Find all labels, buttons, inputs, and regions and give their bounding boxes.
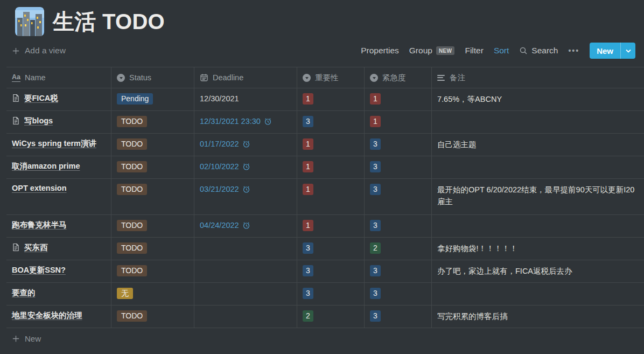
urgency-cell[interactable]: 3 — [365, 306, 432, 328]
deadline-text: 01/17/2022 — [200, 138, 239, 149]
search-icon — [519, 46, 528, 55]
urgency-tag: 3 — [370, 265, 381, 276]
status-cell[interactable]: TODO — [111, 306, 194, 328]
deadline-cell[interactable]: 04/24/2022 — [194, 215, 297, 237]
new-row-button[interactable]: New — [6, 328, 644, 349]
importance-cell[interactable]: 1 — [297, 215, 365, 237]
importance-cell[interactable]: 1 — [297, 156, 365, 178]
table-row: 买东西 TODO 3 2 拿好购物袋!！！！！！ — [6, 238, 644, 260]
note-text: 最开始的OPT 6/20/2022结束，最早提前90天可以更新I20雇主 — [437, 184, 639, 207]
urgency-cell[interactable]: 3 — [365, 156, 432, 178]
importance-cell[interactable]: 2 — [297, 306, 365, 328]
status-cell[interactable]: TODO — [111, 156, 194, 178]
deadline-value: 12/31/2021 23:30 — [200, 116, 272, 127]
column-header-name[interactable]: Aa Name — [6, 67, 111, 88]
status-cell[interactable]: TODO — [111, 260, 194, 282]
name-cell[interactable]: WiCys spring term演讲 — [6, 134, 111, 156]
column-header-deadline[interactable]: Deadline — [194, 67, 297, 88]
status-cell[interactable]: TODO — [111, 111, 194, 133]
urgency-cell[interactable]: 3 — [365, 134, 432, 156]
status-cell[interactable]: 无 — [111, 283, 194, 305]
reminder-clock-icon — [242, 140, 250, 148]
importance-cell[interactable]: 3 — [297, 111, 365, 133]
column-header-importance[interactable]: 重要性 — [297, 67, 365, 88]
urgency-cell[interactable]: 2 — [365, 238, 432, 260]
urgency-cell[interactable]: 3 — [365, 179, 432, 214]
group-label: Group — [409, 46, 432, 55]
name-cell[interactable]: 要FICA税 — [6, 88, 111, 110]
cityscape-page-icon[interactable] — [15, 7, 44, 36]
importance-cell[interactable]: 3 — [297, 260, 365, 282]
name-cell[interactable]: 写blogs — [6, 111, 111, 133]
deadline-cell[interactable]: 01/17/2022 — [194, 134, 297, 156]
importance-cell[interactable]: 3 — [297, 283, 365, 305]
name-cell[interactable]: 取消amazon prime — [6, 156, 111, 178]
status-tag: 无 — [117, 288, 133, 299]
note-cell[interactable] — [432, 111, 644, 133]
importance-tag: 3 — [303, 116, 313, 127]
filter-button[interactable]: Filter — [465, 46, 483, 55]
name-cell[interactable]: 跑布鲁克林半马 — [6, 215, 111, 237]
status-cell[interactable]: TODO — [111, 179, 194, 214]
page-title[interactable]: 生活 TODO — [53, 7, 165, 37]
urgency-tag: 3 — [370, 161, 381, 172]
note-cell[interactable]: 写完积累的博客后搞 — [432, 306, 644, 328]
name-cell[interactable]: 买东西 — [6, 238, 111, 260]
note-cell[interactable]: 自己选主题 — [432, 134, 644, 156]
importance-cell[interactable]: 3 — [297, 238, 365, 260]
note-cell[interactable] — [432, 156, 644, 178]
chevron-down-icon[interactable] — [621, 43, 635, 59]
new-button[interactable]: New — [590, 43, 635, 59]
urgency-cell[interactable]: 1 — [365, 111, 432, 133]
status-cell[interactable]: TODO — [111, 215, 194, 237]
urgency-cell[interactable]: 3 — [365, 260, 432, 282]
task-name: 买东西 — [24, 242, 48, 253]
deadline-cell[interactable] — [194, 260, 297, 282]
column-label: Deadline — [213, 73, 243, 82]
importance-tag: 1 — [303, 93, 313, 105]
name-cell[interactable]: BOA更新SSN? — [6, 260, 111, 282]
importance-cell[interactable]: 1 — [297, 134, 365, 156]
add-a-view-button[interactable]: Add a view — [12, 46, 66, 55]
column-header-note[interactable]: 备注 — [432, 67, 644, 88]
deadline-cell[interactable]: 03/21/2022 — [194, 179, 297, 214]
search-label: Search — [531, 46, 558, 55]
note-cell[interactable]: 拿好购物袋!！！！！！ — [432, 238, 644, 260]
status-cell[interactable]: Pending — [111, 88, 194, 110]
status-tag: TODO — [117, 138, 147, 150]
importance-cell[interactable]: 1 — [297, 179, 365, 214]
deadline-cell[interactable] — [194, 238, 297, 260]
sort-button[interactable]: Sort — [494, 46, 509, 55]
name-cell[interactable]: 要查的 — [6, 283, 111, 305]
urgency-cell[interactable]: 3 — [365, 215, 432, 237]
deadline-cell[interactable] — [194, 306, 297, 328]
note-cell[interactable] — [432, 215, 644, 237]
deadline-cell[interactable]: 12/30/2021 — [194, 88, 297, 110]
more-options-icon[interactable]: ••• — [568, 46, 579, 55]
table-header: Aa Name Status Deadline 重要性 紧急度 — [6, 67, 644, 88]
column-header-urgency[interactable]: 紧急度 — [365, 67, 432, 88]
task-name: BOA更新SSN? — [12, 265, 66, 275]
text-type-icon — [437, 75, 445, 81]
note-cell[interactable] — [432, 283, 644, 305]
importance-cell[interactable]: 1 — [297, 88, 365, 110]
status-cell[interactable]: TODO — [111, 238, 194, 260]
deadline-cell[interactable]: 12/31/2021 23:30 — [194, 111, 297, 133]
table-row: 要查的 无 3 3 — [6, 283, 644, 306]
note-cell[interactable]: 7.65%，等ABCNY — [432, 88, 644, 110]
deadline-cell[interactable] — [194, 283, 297, 305]
note-cell[interactable]: 办了吧，家边上就有，FICA返税后去办 — [432, 260, 644, 282]
name-cell[interactable]: OPT extension — [6, 179, 111, 214]
new-button-label[interactable]: New — [590, 43, 620, 59]
column-header-status[interactable]: Status — [111, 67, 194, 88]
urgency-cell[interactable]: 3 — [365, 283, 432, 305]
urgency-cell[interactable]: 1 — [365, 88, 432, 110]
group-button[interactable]: Group NEW — [409, 46, 455, 55]
deadline-cell[interactable]: 02/10/2022 — [194, 156, 297, 178]
name-cell[interactable]: 地里安全板块的治理 — [6, 306, 111, 328]
toolbar: Properties Group NEW Filter Sort Search … — [361, 43, 635, 59]
note-cell[interactable]: 最开始的OPT 6/20/2022结束，最早提前90天可以更新I20雇主 — [432, 179, 644, 214]
search-button[interactable]: Search — [519, 46, 558, 55]
status-cell[interactable]: TODO — [111, 134, 194, 156]
properties-button[interactable]: Properties — [361, 46, 399, 55]
